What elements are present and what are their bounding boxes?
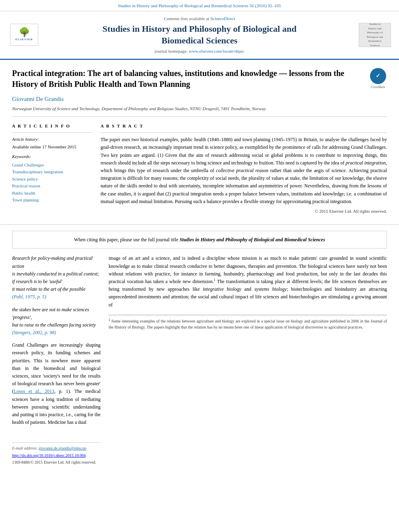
journal-header: 🌳 ELSEVIER Contents lists available at S… <box>0 11 399 60</box>
body-left-col: Research for policy-making and practical… <box>12 255 101 465</box>
elsevier-tree-icon: 🌳 <box>19 28 30 37</box>
footnote-sup-1: 1 <box>214 278 216 282</box>
keyword-transdisciplinary: Transdisciplinary integration <box>12 168 93 175</box>
affiliation: Norwegian University of Science and Tech… <box>12 105 365 112</box>
article-history-label: Article history: <box>12 136 93 143</box>
article-title-section: Practical integration: The art of balanc… <box>12 68 387 117</box>
sciencedirect-link: Contents lists available at ScienceDirec… <box>44 15 355 22</box>
footnote-section: 1 Some interesting examples of the relat… <box>109 315 387 330</box>
footnote-1-text: 1 Some interesting examples of the relat… <box>109 318 387 330</box>
quote1-cite: (Pahl, 1975, p. 5) <box>12 294 46 300</box>
body-left-para1: Grand Challenges are increasingly shapin… <box>12 341 101 426</box>
article-info-col: A R T I C L E I N F O Article history: A… <box>12 123 93 215</box>
losos-link[interactable]: Losos et al., 2013 <box>14 388 54 394</box>
body-right-para1: image of an art and a science, and is in… <box>109 255 387 308</box>
crossmark-badge: ✓ CrossMark <box>369 68 387 90</box>
abstract-col: A B S T R A C T The paper uses two histo… <box>101 123 387 215</box>
issn-line: 1369-8486/© 2015 Elsevier Ltd. All right… <box>12 459 101 465</box>
article-title: Practical integration: The art of balanc… <box>12 68 365 90</box>
keyword-practical-reason: Practical reason <box>12 183 93 189</box>
quote2-cite: (Stengers, 2002, p. 98) <box>12 330 56 335</box>
sciencedirect-anchor[interactable]: ScienceDirect <box>210 16 235 21</box>
abstract-heading: A B S T R A C T <box>101 123 387 129</box>
body-right-col: image of an art and a science, and is in… <box>109 255 387 465</box>
keywords-list: Grand Challenges Transdisciplinary integ… <box>12 162 93 203</box>
crossmark-icon: ✓ <box>370 68 386 84</box>
elsevier-logo: 🌳 ELSEVIER <box>10 24 38 46</box>
doi-line: http://dx.doi.org/10.1016/j.shpsc.2015.1… <box>12 452 101 458</box>
elsevier-brand-text: ELSEVIER <box>15 37 33 42</box>
keyword-science-policy: Science policy <box>12 176 93 183</box>
journal-thumbnail: Studies inHistory andPhilosophy ofBiolog… <box>359 23 391 47</box>
crossmark-label: CrossMark <box>371 85 385 90</box>
journal-homepage-link[interactable]: www.elsevier.com/locate/shpsc <box>189 49 244 53</box>
quote1-block: Research for policy-making and practical… <box>12 255 101 301</box>
email-line: E-mail address: giovanni.de.grandis@ntnu… <box>12 445 101 451</box>
journal-title-center: Contents lists available at ScienceDirec… <box>44 15 355 55</box>
keywords-label: Keywords: <box>12 153 93 160</box>
citation-box: When citing this paper, please use the f… <box>12 231 387 249</box>
article-info-abstract: A R T I C L E I N F O Article history: A… <box>12 123 387 215</box>
main-content: Practical integration: The art of balanc… <box>0 60 399 219</box>
top-citation-text: Studies in History and Philosophy of Bio… <box>118 3 281 8</box>
doi-link[interactable]: http://dx.doi.org/10.1016/j.shpsc.2015.1… <box>12 453 86 458</box>
journal-homepage: journal homepage: www.elsevier.com/locat… <box>44 48 355 55</box>
author-name: Giovanni De Grandis <box>12 94 365 104</box>
keyword-public-health: Public health <box>12 190 93 197</box>
body-section: Research for policy-making and practical… <box>0 255 399 465</box>
abstract-text: The paper uses two historical examples, … <box>101 136 387 205</box>
article-title-text: Practical integration: The art of balanc… <box>12 68 365 112</box>
top-citation-bar: Studies in History and Philosophy of Bio… <box>0 0 399 11</box>
elsevier-logo-container: 🌳 ELSEVIER <box>8 24 40 46</box>
keyword-town-planning: Town planning <box>12 197 93 203</box>
article-history-value: Available online 17 November 2015 <box>12 144 93 150</box>
copyright-line: © 2015 Elsevier Ltd. All rights reserved… <box>101 208 387 215</box>
email-footer-left: E-mail address: giovanni.de.grandis@ntnu… <box>12 442 101 465</box>
quote2-block: the stakes here are not to make sciences… <box>12 306 101 337</box>
citation-journal-italic: Studies in History and Philosophy of Bio… <box>179 237 325 242</box>
article-info-heading: A R T I C L E I N F O <box>12 123 93 129</box>
citation-text-before: When citing this paper, please use the f… <box>74 237 178 242</box>
journal-main-title: Studies in History and Philosophy of Bio… <box>44 23 355 46</box>
email-link[interactable]: giovanni.de.grandis@ntnu.no <box>39 446 86 450</box>
keyword-grand-challenges: Grand Challenges <box>12 162 93 168</box>
